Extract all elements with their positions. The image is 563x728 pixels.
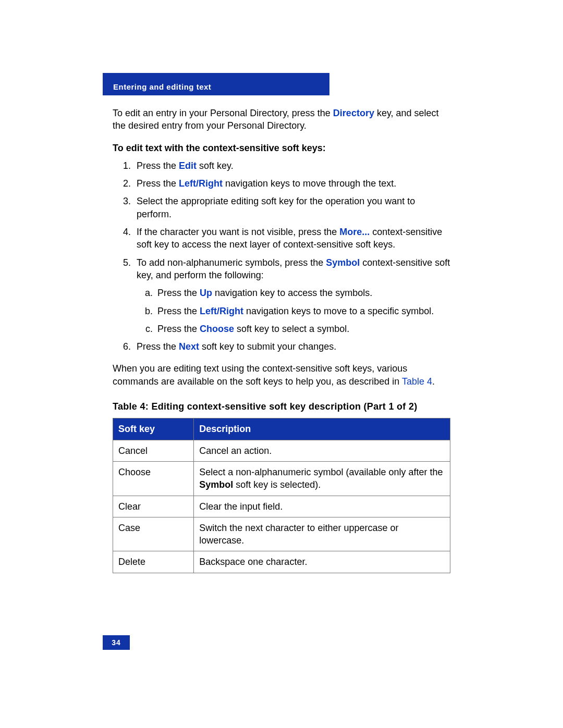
- page: Entering and editing text To edit an ent…: [0, 0, 563, 728]
- table-header-row: Soft key Description: [113, 418, 450, 440]
- cell-softkey: Case: [113, 517, 194, 551]
- step-5: To add non-alphanumeric symbols, press t…: [133, 256, 450, 335]
- text: Press the: [157, 288, 200, 298]
- cell-softkey: Clear: [113, 496, 194, 517]
- text: Press the: [137, 178, 179, 189]
- section-header: Entering and editing text: [103, 73, 329, 95]
- keyword-directory: Directory: [333, 108, 374, 118]
- text: soft key is selected).: [233, 479, 321, 490]
- step-1: Press the Edit soft key.: [133, 159, 450, 172]
- keyword-left-right: Left/Right: [179, 178, 223, 189]
- cell-softkey: Choose: [113, 461, 194, 496]
- closing-paragraph: When you are editing text using the cont…: [113, 362, 450, 388]
- text: When you are editing text using the cont…: [113, 363, 407, 386]
- step-3: Select the appropriate editing soft key …: [133, 195, 450, 220]
- step-5a: Press the Up navigation key to access th…: [155, 287, 450, 299]
- cell-softkey: Delete: [113, 551, 194, 573]
- table-row: Choose Select a non-alphanumeric symbol …: [113, 461, 450, 496]
- text: Switch the next character to either uppe…: [199, 523, 398, 546]
- text: Press the: [137, 161, 179, 171]
- text: soft key to submit your changes.: [199, 341, 336, 352]
- text: Press the: [157, 324, 200, 334]
- intro-paragraph: To edit an entry in your Personal Direct…: [113, 107, 450, 132]
- cell-desc: Cancel an action.: [194, 440, 450, 461]
- table-reference-link[interactable]: Table 4: [402, 376, 432, 387]
- keyword-more: More...: [339, 227, 370, 237]
- keyword-choose: Choose: [200, 324, 234, 334]
- procedure-heading: To edit text with the context-sensitive …: [113, 142, 450, 154]
- body-content: To edit an entry in your Personal Direct…: [113, 107, 450, 573]
- text: Cancel an action.: [199, 446, 272, 456]
- cell-desc: Backspace one character.: [194, 551, 450, 573]
- softkey-table: Soft key Description Cancel Cancel an ac…: [113, 418, 450, 573]
- text: soft key to select a symbol.: [234, 324, 349, 334]
- table-row: Cancel Cancel an action.: [113, 440, 450, 461]
- text: soft key.: [197, 161, 234, 171]
- step-2: Press the Left/Right navigation keys to …: [133, 177, 450, 190]
- text: To edit an entry in your Personal Direct…: [113, 108, 333, 118]
- page-number: 34: [103, 635, 130, 650]
- cell-softkey: Cancel: [113, 440, 194, 461]
- text: navigation keys to move through the text…: [223, 178, 396, 189]
- table-row: Clear Clear the input field.: [113, 496, 450, 517]
- cell-desc: Select a non-alphanumeric symbol (availa…: [194, 461, 450, 496]
- procedure-list: Press the Edit soft key. Press the Left/…: [113, 159, 450, 353]
- text: To add non-alphanumeric symbols, press t…: [137, 257, 326, 268]
- step-4: If the character you want is not visible…: [133, 226, 450, 251]
- text: If the character you want is not visible…: [137, 227, 339, 237]
- col-softkey: Soft key: [113, 418, 194, 440]
- keyword-symbol: Symbol: [326, 257, 360, 268]
- text: Press the: [157, 306, 200, 316]
- text: Press the: [137, 341, 179, 352]
- keyword-symbol: Symbol: [199, 479, 233, 490]
- table-row: Case Switch the next character to either…: [113, 517, 450, 551]
- step-5b: Press the Left/Right navigation keys to …: [155, 305, 450, 317]
- sub-steps: Press the Up navigation key to access th…: [137, 287, 450, 335]
- step-6: Press the Next soft key to submit your c…: [133, 340, 450, 353]
- keyword-up: Up: [200, 288, 212, 298]
- cell-desc: Switch the next character to either uppe…: [194, 517, 450, 551]
- keyword-edit: Edit: [179, 161, 197, 171]
- text: Clear the input field.: [199, 501, 283, 512]
- cell-desc: Clear the input field.: [194, 496, 450, 517]
- text: navigation key to access the symbols.: [212, 288, 372, 298]
- text: Backspace one character.: [199, 557, 307, 567]
- col-description: Description: [194, 418, 450, 440]
- keyword-left-right: Left/Right: [200, 306, 243, 316]
- table-caption: Table 4: Editing context-sensitive soft …: [113, 400, 450, 413]
- step-5c: Press the Choose soft key to select a sy…: [155, 323, 450, 335]
- table-row: Delete Backspace one character.: [113, 551, 450, 573]
- text: .: [432, 376, 435, 387]
- text: Select a non-alphanumeric symbol (availa…: [199, 467, 443, 477]
- keyword-next: Next: [179, 341, 199, 352]
- text: navigation keys to move to a specific sy…: [243, 306, 434, 316]
